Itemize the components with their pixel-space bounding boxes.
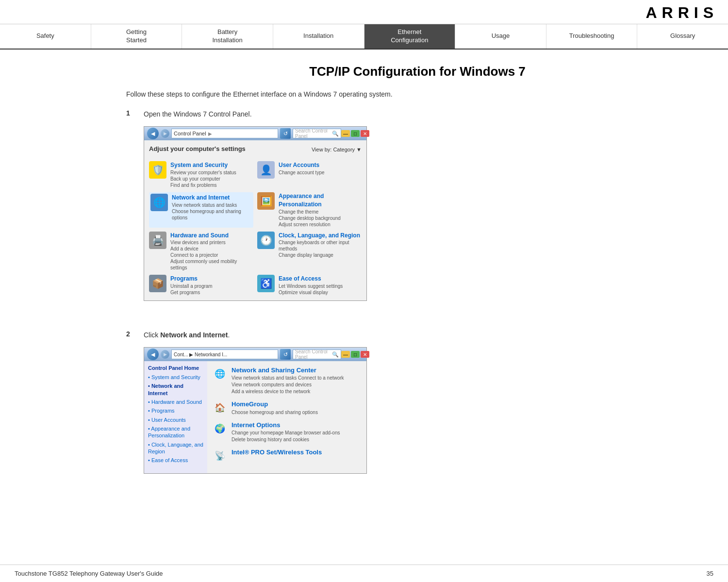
- win-close-2[interactable]: ✕: [361, 351, 369, 358]
- cp-item-hardware[interactable]: 🖨️ Hardware and Sound View devices and p…: [149, 232, 253, 271]
- footer-page-number: 35: [707, 570, 713, 577]
- step-1-number: 1: [126, 109, 141, 117]
- cp-title-ease: Ease of Access: [279, 275, 343, 283]
- win-maximize-1[interactable]: □: [351, 130, 360, 137]
- cp-item-network-internet[interactable]: 🌐 Network and Internet View network stat…: [149, 192, 253, 228]
- screenshot-1-wrapper: ◀ ▶ Control Panel ▶ ↺ Search Control Pan…: [144, 126, 367, 301]
- win-address-bar-2[interactable]: Cont... ▶ Networkand I...: [171, 349, 278, 359]
- ni-sidebar-ease[interactable]: Ease of Access: [148, 457, 203, 464]
- step-1-text: Open the Windows 7 Control Panel.: [144, 109, 252, 119]
- cp-item-clock[interactable]: 🕐 Clock, Language, and Region Change key…: [257, 232, 362, 271]
- win-address-text-2: Cont... ▶ Networkand I...: [174, 352, 227, 357]
- page-title: TCP/IP Configuration for Windows 7: [126, 64, 709, 79]
- cp-grid-1: 🛡️ System and Security Review your compu…: [149, 161, 362, 296]
- ni-sidebar-appearance[interactable]: Appearance and Personalization: [148, 425, 203, 439]
- cp-viewby-1[interactable]: View by: Category ▼: [312, 147, 362, 152]
- cp-title-programs: Programs: [170, 275, 213, 283]
- nav-troubleshooting[interactable]: Troubleshooting: [546, 24, 638, 49]
- win-controls-1: — □ ✕: [341, 130, 369, 137]
- cp-title-system-security: System and Security: [170, 161, 236, 169]
- cp-title-hardware: Hardware and Sound: [170, 232, 253, 240]
- cp-icon-network-internet: 🌐: [150, 194, 168, 211]
- ni-section-internet-options: 🌍 Internet Options Change your homepage …: [212, 421, 362, 443]
- arris-logo: ARRIS: [645, 4, 718, 22]
- ni-icon-homegroup: 🏠: [212, 400, 228, 416]
- win-back-button-2[interactable]: ◀: [147, 349, 159, 360]
- step-1-block: 1 Open the Windows 7 Control Panel. ◀ ▶ …: [126, 109, 709, 316]
- win-refresh-button-2[interactable]: ↺: [280, 349, 291, 360]
- win-refresh-button-1[interactable]: ↺: [280, 128, 291, 139]
- win-titlebar-left-1: ◀ ▶ Control Panel ▶ ↺ Search Control Pan…: [147, 128, 341, 139]
- cp-desc-appearance: Change the themeChange desktop backgroun…: [279, 209, 362, 228]
- cp-title-appearance: Appearance and Personalization: [279, 192, 362, 209]
- cp-desc-programs: Uninstall a programGet programs: [170, 283, 213, 296]
- ni-sidebar-clock[interactable]: Clock, Language, and Region: [148, 441, 203, 455]
- win-forward-button-2[interactable]: ▶: [161, 350, 169, 359]
- ni-title-sharing[interactable]: Network and Sharing Center: [232, 366, 344, 375]
- nav-getting-started[interactable]: Getting Started: [91, 24, 182, 49]
- cp-icon-ease: ♿: [257, 275, 275, 292]
- ni-icon-internet-options: 🌍: [212, 421, 228, 436]
- step-1-line: 1 Open the Windows 7 Control Panel.: [126, 109, 709, 119]
- cp-item-user-accounts[interactable]: 👤 User Accounts Change account type: [257, 161, 362, 188]
- footer-guide-name: Touchstone TG852 Telephony Gateway User'…: [15, 570, 163, 577]
- step-2-number: 2: [126, 330, 141, 338]
- nav-glossary[interactable]: Glossary: [637, 24, 728, 49]
- ni-sidebar-hardware[interactable]: Hardware and Sound: [148, 399, 203, 405]
- page-footer: Touchstone TG852 Telephony Gateway User'…: [0, 565, 728, 582]
- step-2-bold: Network and Internet: [160, 331, 228, 339]
- cp-icon-system-security: 🛡️: [149, 161, 166, 179]
- cp-desc-clock: Change keyboards or other input methodsC…: [279, 239, 362, 258]
- cp-desc-system-security: Review your computer's statusBack up you…: [170, 169, 236, 188]
- win-titlebar-2: ◀ ▶ Cont... ▶ Networkand I... ↺ Search C…: [144, 348, 366, 361]
- nav-usage[interactable]: Usage: [455, 24, 546, 49]
- cp-title-network-internet: Network and Internet: [172, 194, 252, 202]
- cp-desc-hardware: View devices and printersAdd a deviceCon…: [170, 239, 253, 271]
- win-search-1[interactable]: Search Control Panel 🔍: [293, 129, 341, 138]
- ni-title-intel[interactable]: Intel® PRO Set/Wireless Tools: [232, 448, 322, 457]
- ni-icon-sharing: 🌐: [212, 366, 228, 382]
- cp-icon-clock: 🕐: [257, 232, 275, 249]
- win-minimize-1[interactable]: —: [341, 130, 350, 137]
- cp-icon-appearance: 🖼️: [257, 192, 275, 210]
- ni-sidebar-network[interactable]: Network and Internet: [148, 382, 203, 397]
- ni-sidebar-programs[interactable]: Programs: [148, 407, 203, 414]
- win-minimize-2[interactable]: —: [341, 351, 350, 358]
- win-search-2[interactable]: Search Control Panel 🔍: [293, 349, 341, 359]
- win-back-button-1[interactable]: ◀: [147, 128, 159, 139]
- main-content: TCP/IP Configuration for Windows 7 Follo…: [0, 50, 728, 532]
- ni-sidebar: Control Panel Home System and Security N…: [144, 361, 207, 473]
- ni-title-internet-options[interactable]: Internet Options: [232, 421, 340, 430]
- win-forward-button-1[interactable]: ▶: [161, 129, 169, 138]
- cp-icon-programs: 📦: [149, 275, 166, 292]
- ni-desc-internet-options: Change your homepage Manage browser add-…: [232, 430, 340, 443]
- nav-ethernet-configuration[interactable]: Ethernet Configuration: [364, 24, 456, 49]
- win-maximize-2[interactable]: □: [351, 351, 360, 358]
- cp-desc-ease: Let Windows suggest settingsOptimize vis…: [279, 283, 343, 296]
- ni-sidebar-users[interactable]: User Accounts: [148, 416, 203, 423]
- screenshot-network-internet: ◀ ▶ Cont... ▶ Networkand I... ↺ Search C…: [144, 347, 367, 474]
- ni-sidebar-system[interactable]: System and Security: [148, 374, 203, 381]
- navigation-bar: Safety Getting Started Battery Installat…: [0, 24, 728, 50]
- nav-installation[interactable]: Installation: [273, 24, 364, 49]
- screenshot-control-panel: ◀ ▶ Control Panel ▶ ↺ Search Control Pan…: [144, 126, 367, 301]
- win-address-bar-1[interactable]: Control Panel ▶: [171, 129, 278, 138]
- cp-item-system-security[interactable]: 🛡️ System and Security Review your compu…: [149, 161, 253, 188]
- cp-desc-user-accounts: Change account type: [279, 169, 325, 176]
- win-titlebar-1: ◀ ▶ Control Panel ▶ ↺ Search Control Pan…: [144, 127, 366, 140]
- cp-item-appearance[interactable]: 🖼️ Appearance and Personalization Change…: [257, 192, 362, 228]
- cp-icon-hardware: 🖨️: [149, 232, 166, 249]
- nav-safety[interactable]: Safety: [0, 24, 91, 49]
- cp-title-user-accounts: User Accounts: [279, 161, 325, 169]
- nav-battery-installation[interactable]: Battery Installation: [182, 24, 273, 49]
- cp-title-clock: Clock, Language, and Region: [279, 232, 362, 240]
- ni-title-homegroup[interactable]: HomeGroup: [232, 400, 318, 409]
- ni-section-intel: 📡 Intel® PRO Set/Wireless Tools: [212, 448, 362, 464]
- ni-main: 🌐 Network and Sharing Center View networ…: [207, 361, 366, 473]
- win-titlebar-left-2: ◀ ▶ Cont... ▶ Networkand I... ↺ Search C…: [147, 349, 341, 360]
- cp-item-ease[interactable]: ♿ Ease of Access Let Windows suggest set…: [257, 275, 362, 296]
- step-2-text: Click Network and Internet.: [144, 330, 230, 340]
- ni-desc-sharing: View network status and tasks Connect to…: [232, 375, 344, 395]
- win-close-1[interactable]: ✕: [361, 130, 369, 137]
- cp-item-programs[interactable]: 📦 Programs Uninstall a programGet progra…: [149, 275, 253, 296]
